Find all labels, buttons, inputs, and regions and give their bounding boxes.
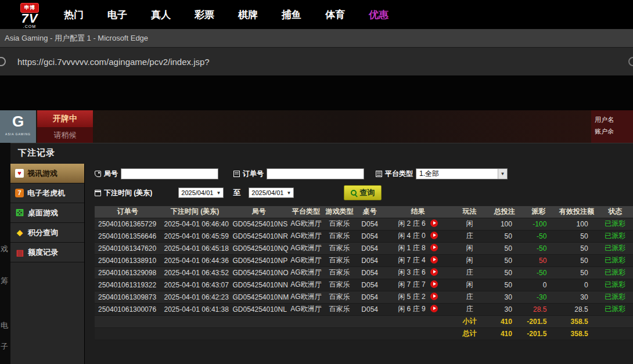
sum-empty — [384, 315, 452, 327]
table-row: 2504010613290982025-04-01 06:43:52GD0542… — [95, 266, 633, 279]
cell-table_no: D054 — [355, 291, 384, 303]
nav-item-8[interactable]: 优惠 — [369, 8, 389, 21]
cell-payout: -100 — [521, 218, 556, 230]
col-header-7: 结果 — [384, 206, 452, 218]
site-logo[interactable]: 申博 7V .COM — [12, 1, 48, 28]
cell-result: 闲 2 庄 6 — [384, 218, 452, 230]
result-text: 闲 3 庄 6 — [398, 268, 425, 276]
search-button-label: 查询 — [359, 188, 375, 198]
cell-result: 闲 7 庄 4 — [384, 254, 452, 266]
cell-round_no: GD054254010NS — [229, 218, 289, 230]
sidebar-item-4[interactable]: ◆积分查询 — [10, 223, 84, 243]
cell-play: 闲 — [452, 218, 488, 230]
platform-type-icon — [376, 171, 382, 177]
sum-empty — [229, 315, 289, 327]
replay-video-icon[interactable] — [430, 305, 438, 312]
panel-content: 局号 订单号 平台类型 1.全部 ▼ — [95, 164, 633, 364]
video-cards-icon: ♥ — [15, 169, 24, 178]
cell-result: 闲 4 庄 0 — [384, 230, 452, 242]
col-header-1: 订单号 — [95, 206, 161, 218]
cell-valid_bet: 50 — [556, 242, 597, 254]
cell-table_no: D054 — [355, 303, 384, 315]
cell-payout: -50 — [521, 242, 556, 254]
nav-item-7[interactable]: 体育 — [325, 8, 345, 21]
cell-bet_time: 2025-04-01 06:44:36 — [161, 254, 229, 266]
dealing-status: 开牌中 — [37, 110, 93, 127]
cell-platform: AG欧洲厅 — [289, 291, 323, 303]
dropdown-arrow-icon: ▼ — [216, 190, 221, 196]
nav-item-3[interactable]: 真人 — [151, 8, 171, 21]
replay-video-icon[interactable] — [430, 232, 438, 239]
cell-table_no: D054 — [355, 218, 384, 230]
cell-platform: AG欧洲厅 — [289, 303, 323, 315]
cell-play: 庄 — [452, 266, 488, 279]
address-bar-right-icon[interactable] — [628, 57, 633, 66]
logo-caption: ASIA GAMING — [0, 132, 36, 136]
url-text[interactable]: https://gci.7vvvvvv.com/agingame/pcv2/in… — [17, 57, 210, 67]
table-row: 2504010613657292025-04-01 06:46:40GD0542… — [95, 218, 633, 230]
platform-type-label: 平台类型 — [385, 169, 413, 179]
cell-total_bet: 100 — [487, 218, 521, 230]
result-text: 闲 6 庄 9 — [398, 305, 425, 313]
cell-total_bet: 50 — [487, 242, 521, 254]
replay-video-icon[interactable] — [430, 268, 438, 276]
order-number-input[interactable] — [267, 168, 364, 179]
sum-empty — [95, 327, 161, 340]
cell-order_no: 250401061309873 — [95, 291, 161, 303]
cell-total_bet: 50 — [487, 254, 521, 266]
table-row: 2504010613476202025-04-01 06:45:18GD0542… — [95, 242, 633, 254]
nav-item-4[interactable]: 彩票 — [195, 8, 214, 21]
panel-sidebar: ♥视讯游戏7电子老虎机⚄桌面游戏◆积分查询▤额度记录 — [10, 164, 85, 364]
nav-item-2[interactable]: 电子 — [107, 8, 127, 21]
round-number-icon — [95, 171, 101, 177]
search-button[interactable]: 查询 — [344, 185, 382, 200]
panel-title: 下注记录 — [18, 147, 55, 158]
date-from-select[interactable]: 2025/04/01 ▼ — [178, 188, 224, 198]
cell-status: 已派彩 — [598, 303, 633, 315]
screen: 申博 7V .COM 热门电子真人彩票棋牌捕鱼体育优惠 Asia Gaming … — [0, 0, 633, 364]
table-row: 2504010613193222025-04-01 06:43:07GD0542… — [95, 279, 633, 291]
cell-game_type: 百家乐 — [323, 279, 356, 291]
round-number-input[interactable] — [121, 168, 218, 179]
replay-video-icon[interactable] — [430, 280, 438, 288]
cell-status: 已派彩 — [598, 291, 633, 303]
points-diamond-icon: ◆ — [15, 228, 24, 237]
bet-records-table: 订单号下注时间 (美东)局号平台类型游戏类型桌号结果玩法总投注派彩有效投注额状态… — [95, 206, 633, 340]
logo-text: 7V — [12, 13, 48, 24]
sidebar-item-label: 桌面游戏 — [28, 208, 58, 218]
cell-result: 闲 5 庄 2 — [384, 291, 452, 303]
date-to-select[interactable]: 2025/04/01 ▼ — [249, 188, 294, 198]
replay-video-icon[interactable] — [430, 256, 438, 264]
site-info-icon[interactable] — [0, 57, 6, 66]
nav-item-6[interactable]: 捕鱼 — [282, 8, 301, 21]
bet-records-panel: 下注记录 ♥视讯游戏7电子老虎机⚄桌面游戏◆积分查询▤额度记录 局号 订单号 平… — [10, 143, 633, 364]
sum-label: 小计 — [452, 315, 488, 327]
sum-value: 410 — [487, 315, 521, 327]
window-title: Asia Gaming - 用户配置 1 - Microsoft Edge — [5, 33, 148, 44]
sum-empty — [355, 327, 384, 340]
address-bar[interactable]: https://gci.7vvvvvv.com/agingame/pcv2/in… — [0, 47, 633, 75]
sidebar-item-5[interactable]: ▤额度记录 — [10, 243, 84, 262]
sidebar-item-2[interactable]: 7电子老虎机 — [10, 183, 84, 203]
cell-valid_bet: 50 — [556, 266, 597, 279]
cell-result: 闲 3 庄 6 — [384, 266, 452, 279]
sidebar-item-1[interactable]: ♥视讯游戏 — [10, 164, 84, 183]
sidebar-item-label: 视讯游戏 — [27, 168, 57, 179]
col-header-2: 下注时间 (美东) — [161, 206, 229, 218]
replay-video-icon[interactable] — [430, 293, 438, 300]
bet-time-label: 下注时间 (美东) — [104, 188, 152, 198]
sidebar-item-3[interactable]: ⚄桌面游戏 — [10, 203, 84, 223]
cell-valid_bet: 28.5 — [556, 303, 597, 315]
cell-status: 已派彩 — [598, 230, 633, 242]
cell-play: 闲 — [452, 242, 488, 254]
nav-item-1[interactable]: 热门 — [64, 8, 84, 21]
replay-video-icon[interactable] — [430, 244, 438, 251]
cell-valid_bet: 50 — [556, 254, 597, 266]
cell-play: 闲 — [452, 279, 488, 291]
nav-item-5[interactable]: 棋牌 — [238, 8, 258, 21]
replay-video-icon[interactable] — [430, 219, 438, 227]
cell-valid_bet: 50 — [556, 230, 597, 242]
platform-type-select[interactable]: 1.全部 ▼ — [416, 168, 508, 179]
sum-empty — [289, 327, 323, 340]
table-header-row: 订单号下注时间 (美东)局号平台类型游戏类型桌号结果玩法总投注派彩有效投注额状态 — [95, 206, 633, 218]
